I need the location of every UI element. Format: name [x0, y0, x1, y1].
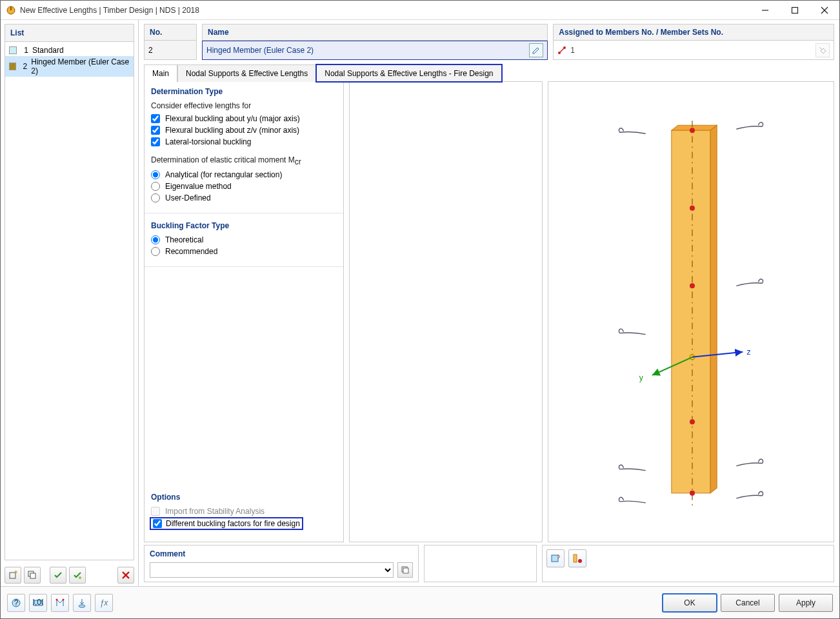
empty-panel — [424, 545, 537, 582]
svg-point-38 — [79, 605, 85, 607]
assigned-field-group: Assigned to Members No. / Member Sets No… — [553, 24, 834, 60]
member-icon — [557, 46, 566, 55]
color-swatch — [9, 63, 16, 70]
list-panel: List 1 Standard 2 Hinged Member (Euler C… — [1, 20, 139, 586]
preview-toolbar — [542, 545, 834, 582]
svg-rect-29 — [552, 555, 558, 562]
svg-rect-6 — [10, 573, 15, 578]
svg-point-20 — [690, 206, 695, 211]
color-swatch — [9, 46, 17, 54]
form-column: Determination Type Consider effective le… — [144, 81, 344, 542]
list-item-number: 1 — [21, 46, 28, 55]
svg-text:0,00: 0,00 — [33, 598, 43, 607]
preview-settings-button[interactable] — [568, 549, 586, 567]
name-field-group: Name — [202, 24, 548, 60]
list-item[interactable]: 2 Hinged Member (Euler Case 2) — [5, 56, 134, 77]
close-button[interactable] — [810, 1, 839, 19]
svg-text:ƒx: ƒx — [100, 598, 109, 607]
rad-recommended[interactable]: Recommended — [151, 247, 337, 256]
comment-label: Comment — [150, 549, 413, 558]
cancel-button[interactable]: Cancel — [721, 594, 775, 612]
maximize-button[interactable] — [780, 1, 810, 19]
chk-import-stability: Import from Stability Analysis — [151, 507, 337, 516]
rad-theoretical[interactable]: Theoretical — [151, 235, 337, 244]
svg-rect-28 — [403, 568, 408, 573]
list-item-label: Hinged Member (Euler Case 2) — [31, 57, 130, 75]
svg-marker-17 — [710, 125, 717, 493]
name-edit-button[interactable] — [529, 43, 543, 57]
tab-nodal-supports-fire[interactable]: Nodal Supports & Effective Lengths - Fir… — [316, 64, 501, 82]
chk-flex-y[interactable]: Flexural buckling about y/u (major axis) — [151, 114, 337, 123]
function-button[interactable]: ƒx — [95, 594, 113, 612]
no-label: No. — [144, 24, 197, 41]
axis-z-label: z — [746, 348, 750, 357]
apply-button[interactable]: Apply — [779, 594, 833, 612]
consider-label: Consider effective lengths for — [151, 101, 337, 110]
list-toolbar — [1, 564, 138, 586]
determination-title: Determination Type — [151, 87, 337, 96]
assigned-value[interactable]: 1 — [553, 41, 834, 60]
units-button[interactable]: 0,00 — [29, 594, 47, 612]
help-button[interactable]: ? — [7, 594, 25, 612]
svg-point-23 — [690, 419, 695, 424]
svg-rect-8 — [30, 573, 35, 578]
svg-point-19 — [690, 128, 695, 133]
rad-userdef[interactable]: User-Defined — [151, 193, 337, 202]
svg-point-9 — [79, 576, 81, 579]
tab-main[interactable]: Main — [144, 64, 177, 82]
no-value[interactable]: 2 — [144, 41, 197, 60]
name-input[interactable] — [206, 46, 525, 55]
bottom-bar: ? 0,00 ƒx OK Cancel Apply — [1, 586, 839, 618]
number-field-group: No. 2 — [144, 24, 197, 60]
list-body: 1 Standard 2 Hinged Member (Euler Case 2… — [5, 42, 134, 560]
svg-point-21 — [690, 283, 695, 288]
minimize-button[interactable] — [750, 1, 780, 19]
svg-rect-30 — [574, 555, 577, 562]
new-item-button[interactable] — [5, 567, 21, 584]
tab-strip: Main Nodal Supports & Effective Lengths … — [144, 64, 834, 81]
list-item-number: 2 — [20, 62, 27, 71]
list-header: List — [5, 24, 134, 42]
axis-y-label: y — [639, 373, 643, 382]
rad-analytical[interactable]: Analytical (for rectangular section) — [151, 170, 337, 179]
ok-button[interactable]: OK — [663, 594, 717, 612]
options-title: Options — [151, 493, 337, 502]
svg-point-31 — [578, 559, 582, 563]
list-item-label: Standard — [32, 46, 64, 55]
svg-point-24 — [690, 491, 695, 496]
structure-button[interactable] — [51, 594, 69, 612]
svg-rect-3 — [792, 7, 798, 13]
window-title: New Effective Lengths | Timber Design | … — [20, 6, 750, 15]
assigned-label: Assigned to Members No. / Member Sets No… — [553, 24, 834, 41]
preview-panel: z y — [548, 81, 834, 542]
app-icon — [6, 5, 16, 15]
svg-rect-16 — [672, 130, 710, 493]
rad-eigen[interactable]: Eigenvalue method — [151, 182, 337, 191]
delete-item-button[interactable] — [117, 567, 134, 584]
comment-input[interactable] — [150, 562, 394, 578]
middle-empty-panel — [349, 81, 543, 542]
comment-pick-button[interactable] — [397, 562, 413, 578]
tab-nodal-supports[interactable]: Nodal Supports & Effective Lengths — [177, 64, 316, 82]
preview-export-button[interactable] — [546, 549, 565, 567]
comment-panel: Comment — [144, 545, 419, 582]
copy-item-button[interactable] — [24, 567, 41, 584]
mcr-label: Determination of elastic critical moment… — [151, 155, 337, 166]
check-leaf-button[interactable] — [69, 567, 86, 584]
chk-ltb[interactable]: Lateral-torsional buckling — [151, 137, 337, 146]
svg-point-37 — [63, 598, 65, 600]
title-bar: New Effective Lengths | Timber Design | … — [1, 1, 839, 20]
pick-members-button[interactable] — [815, 43, 830, 57]
svg-line-14 — [559, 48, 565, 53]
preview-3d[interactable]: z y — [548, 82, 834, 542]
chk-diff-fire[interactable]: Different buckling factors for fire desi… — [151, 518, 337, 529]
list-item[interactable]: 1 Standard — [5, 44, 134, 56]
buckling-title: Buckling Factor Type — [151, 221, 337, 230]
svg-rect-1 — [10, 6, 12, 10]
svg-text:?: ? — [14, 598, 19, 607]
check-green-button[interactable] — [50, 567, 66, 584]
name-label: Name — [202, 24, 548, 41]
loads-button[interactable] — [73, 594, 91, 612]
chk-flex-z[interactable]: Flexural buckling about z/v (minor axis) — [151, 126, 337, 135]
svg-point-36 — [56, 598, 58, 600]
